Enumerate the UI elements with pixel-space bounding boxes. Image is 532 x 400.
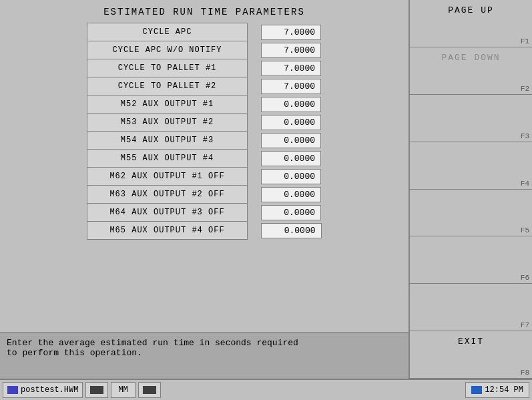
param-value[interactable]: 0.0000 [261, 133, 321, 148]
sidebar-btn-f3[interactable]: F3 [410, 95, 532, 142]
fkey-f3: F3 [521, 132, 529, 140]
app-name-item[interactable]: posttest.HWM [3, 382, 83, 398]
fkey-f2: F2 [521, 85, 529, 93]
param-label: CYCLE TO PALLET #1 [87, 59, 248, 77]
table-row: CYCLE APC7.0000 [87, 23, 322, 41]
param-value-cell: 0.0000 [248, 114, 322, 132]
param-value[interactable]: 7.0000 [261, 25, 321, 40]
monitor-icon [471, 386, 482, 394]
param-value-cell: 7.0000 [248, 77, 322, 95]
fkey-f1: F1 [521, 37, 529, 45]
param-value[interactable]: 0.0000 [261, 223, 322, 238]
sidebar-btn-f6[interactable]: F6 [410, 236, 532, 284]
sidebar-btn-f4[interactable]: F4 [410, 142, 532, 190]
sidebar-btn-label-f1: PAGE UP [448, 5, 494, 15]
param-label: CYCLE APC W/O NOTIFY [87, 41, 248, 59]
param-label: M54 AUX OUTPUT #3 [87, 132, 248, 150]
table-row: M64 AUX OUTPUT #3 OFF0.0000 [87, 204, 322, 222]
time-display: 12:54 PM [485, 385, 523, 395]
taskbar: posttest.HWM MM 12:54 PM [0, 379, 532, 400]
param-value-cell: 7.0000 [248, 59, 322, 77]
status-line2: to perform this operation. [7, 348, 402, 358]
system-time: 12:54 PM [465, 382, 529, 398]
param-value-cell: 0.0000 [248, 168, 322, 186]
app-name: posttest.HWM [21, 385, 78, 395]
param-value-cell: 7.0000 [248, 23, 322, 41]
sidebar-btn-f5[interactable]: F5 [410, 190, 532, 237]
param-value[interactable]: 7.0000 [261, 79, 321, 94]
sidebar-btn-label-f2: PAGE DOWN [441, 53, 500, 63]
table-row: M63 AUX OUTPUT #2 OFF0.0000 [87, 186, 322, 204]
param-label: CYCLE APC [87, 23, 248, 41]
param-value[interactable]: 0.0000 [261, 187, 321, 202]
keyboard2-icon [143, 386, 156, 394]
table-row: M55 AUX OUTPUT #40.0000 [87, 150, 322, 168]
param-value-cell: 0.0000 [248, 222, 322, 240]
param-value[interactable]: 0.0000 [261, 115, 321, 130]
status-bar: Enter the average estimated run time in … [0, 332, 409, 379]
param-label: M52 AUX OUTPUT #1 [87, 95, 248, 114]
fkey-f7: F7 [521, 321, 529, 329]
param-label: M65 AUX OUTPUT #4 OFF [87, 222, 248, 240]
param-value[interactable]: 0.0000 [261, 169, 321, 184]
sidebar-btn-f7[interactable]: F7 [410, 284, 532, 331]
page-title: ESTIMATED RUN TIME PARAMETERS [0, 0, 409, 23]
keyboard2-icon-item[interactable] [138, 382, 161, 398]
sidebar-btn-f8[interactable]: EXITF8 [410, 331, 532, 379]
param-value[interactable]: 7.0000 [261, 61, 321, 76]
sidebar-btn-label-f8: EXIT [458, 337, 484, 347]
table-row: M54 AUX OUTPUT #30.0000 [87, 132, 322, 150]
taskbar-seg-mm: MM [111, 382, 135, 398]
param-value[interactable]: 0.0000 [261, 151, 321, 166]
param-label: M55 AUX OUTPUT #4 [87, 150, 248, 168]
param-label: M62 AUX OUTPUT #1 OFF [87, 168, 248, 186]
param-label: M53 AUX OUTPUT #2 [87, 114, 248, 132]
param-value-cell: 0.0000 [248, 186, 322, 204]
param-value[interactable]: 0.0000 [261, 205, 321, 220]
table-row: M53 AUX OUTPUT #20.0000 [87, 114, 322, 132]
param-value-cell: 7.0000 [248, 41, 322, 59]
fkey-f6: F6 [521, 274, 529, 282]
param-label: CYCLE TO PALLET #2 [87, 77, 248, 95]
table-row: M65 AUX OUTPUT #4 OFF0.0000 [87, 222, 322, 240]
keyboard-icon-item[interactable] [85, 382, 108, 398]
sidebar-btn-f2[interactable]: PAGE DOWNF2 [410, 47, 532, 95]
param-value-cell: 0.0000 [248, 95, 322, 114]
param-value-cell: 0.0000 [248, 150, 322, 168]
param-value[interactable]: 0.0000 [261, 97, 321, 112]
table-row: M52 AUX OUTPUT #10.0000 [87, 95, 322, 114]
table-row: CYCLE APC W/O NOTIFY7.0000 [87, 41, 322, 59]
table-row: CYCLE TO PALLET #27.0000 [87, 77, 322, 95]
sidebar: PAGE UPF1PAGE DOWNF2F3F4F5F6F7EXITF8 [409, 0, 532, 379]
fkey-f5: F5 [521, 226, 529, 234]
keyboard-icon [90, 386, 103, 394]
table-row: M62 AUX OUTPUT #1 OFF0.0000 [87, 168, 322, 186]
param-value-cell: 0.0000 [248, 132, 322, 150]
table-row: CYCLE TO PALLET #17.0000 [87, 59, 322, 77]
content-area: ESTIMATED RUN TIME PARAMETERS CYCLE APC7… [0, 0, 409, 379]
param-value[interactable]: 7.0000 [261, 43, 321, 58]
sidebar-btn-f1[interactable]: PAGE UPF1 [410, 0, 532, 47]
param-value-cell: 0.0000 [248, 204, 322, 222]
app-icon [7, 386, 18, 394]
fkey-f8: F8 [521, 369, 529, 377]
fkey-f4: F4 [521, 180, 529, 188]
params-table: CYCLE APC7.0000CYCLE APC W/O NOTIFY7.000… [87, 23, 322, 240]
param-label: M63 AUX OUTPUT #2 OFF [87, 186, 248, 204]
status-line1: Enter the average estimated run time in … [7, 338, 402, 348]
param-label: M64 AUX OUTPUT #3 OFF [87, 204, 248, 222]
